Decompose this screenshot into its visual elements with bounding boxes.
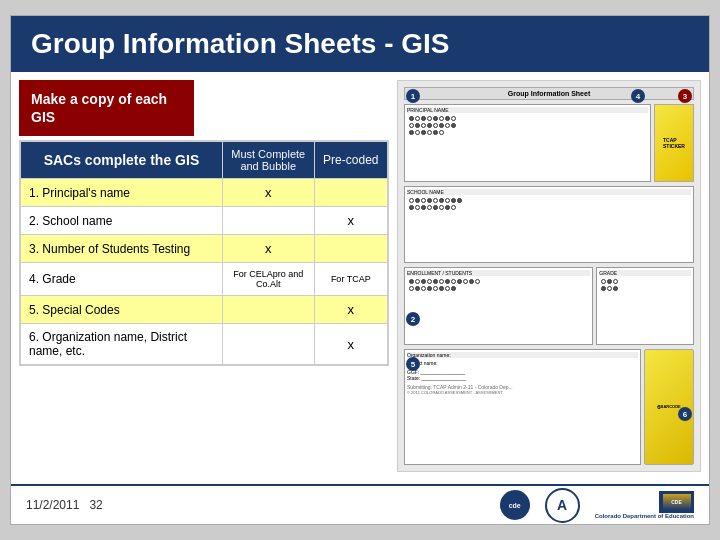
table-row: 2. School namex (21, 207, 388, 235)
gis-cell-org: Organization name: District name: GGF: _… (404, 349, 641, 465)
gis-mockup: Group Information Sheet 3 4 1 PRINCIPAL … (398, 81, 700, 471)
sacs-header: SACs complete the GIS (21, 142, 223, 179)
table-cell-label: 6. Organization name, District name, etc… (21, 324, 223, 365)
footer-page-number: 32 (89, 498, 102, 512)
table-row: 6. Organization name, District name, etc… (21, 324, 388, 365)
gis-cell-grade: GRADE (596, 267, 694, 345)
slide-title: Group Information Sheets - GIS (11, 16, 709, 72)
footer-date: 11/2/2011 (26, 498, 79, 512)
table-cell-precoded: x (314, 207, 387, 235)
gis-image-section: Group Information Sheet 3 4 1 PRINCIPAL … (397, 80, 701, 472)
table-cell-precoded: x (314, 296, 387, 324)
gis-cell-name: PRINCIPAL NAME (404, 104, 651, 182)
dept-logo-box: CDE (659, 491, 694, 513)
table-cell-label: 4. Grade (21, 263, 223, 296)
left-section: Make a copy of each GIS SACs complete th… (19, 80, 389, 472)
content-area: Make a copy of each GIS SACs complete th… (11, 72, 709, 480)
gis-badge-1: 1 (406, 89, 420, 103)
assessment-logo: A (545, 488, 580, 523)
dept-logo: CDE Colorado Department of Education (595, 491, 694, 519)
gis-form-title: Group Information Sheet (404, 87, 694, 100)
table-header-row: SACs complete the GIS Must Complete and … (21, 142, 388, 179)
cde-logo-group: cde (500, 490, 530, 520)
table-cell-label: 1. Principal's name (21, 179, 223, 207)
table-row: 1. Principal's namex (21, 179, 388, 207)
gis-sticker-area: TCAPSTICKER (654, 104, 694, 182)
gis-row-2: SCHOOL NAME (404, 186, 694, 264)
table-cell-precoded: x (314, 324, 387, 365)
gis-row-3: ENROLLMENT / STUDENTS (404, 267, 694, 345)
table-cell-label: 3. Number of Students Testing (21, 235, 223, 263)
gis-badge-3: 3 (678, 89, 692, 103)
gis-badge-4: 4 (631, 89, 645, 103)
table-cell-precoded: For TCAP (314, 263, 387, 296)
gis-cell-school: SCHOOL NAME (404, 186, 694, 264)
gis-table: SACs complete the GIS Must Complete and … (20, 141, 388, 365)
cde-circle-logo: cde (500, 490, 530, 520)
slide: Group Information Sheets - GIS Make a co… (10, 15, 710, 525)
dept-name: Colorado Department of Education (595, 513, 694, 519)
footer-bar: 11/2/2011 32 cde A CDE Colorado Departme… (11, 484, 709, 524)
table-row: 4. GradeFor CELApro and Co.AltFor TCAP (21, 263, 388, 296)
table-cell-must-complete: x (222, 235, 314, 263)
dept-logo-inner: CDE (663, 494, 691, 510)
precoded-header: Pre-coded (314, 142, 387, 179)
table-cell-must-complete: x (222, 179, 314, 207)
gis-row-1: PRINCIPAL NAME (404, 104, 694, 182)
table-cell-label: 5. Special Codes (21, 296, 223, 324)
footer-left: 11/2/2011 32 (26, 498, 103, 512)
table-body: 1. Principal's namex2. School namex3. Nu… (21, 179, 388, 365)
table-container: SACs complete the GIS Must Complete and … (19, 140, 389, 366)
must-complete-header: Must Complete and Bubble (222, 142, 314, 179)
make-copy-box: Make a copy of each GIS (19, 80, 194, 136)
table-cell-precoded (314, 235, 387, 263)
table-cell-must-complete (222, 207, 314, 235)
gis-badge-5: 5 (406, 357, 420, 371)
dept-label: CDE (671, 499, 682, 505)
gis-cell-special: ENROLLMENT / STUDENTS (404, 267, 593, 345)
footer-logos: cde A CDE Colorado Department of Educati… (500, 488, 694, 523)
gis-badge-6: 6 (678, 407, 692, 421)
gis-badge-2: 2 (406, 312, 420, 326)
table-cell-must-complete: For CELApro and Co.Alt (222, 263, 314, 296)
table-cell-must-complete (222, 296, 314, 324)
table-cell-must-complete (222, 324, 314, 365)
gis-row-4: Organization name: District name: GGF: _… (404, 349, 694, 465)
table-row: 5. Special Codesx (21, 296, 388, 324)
table-cell-label: 2. School name (21, 207, 223, 235)
table-cell-precoded (314, 179, 387, 207)
table-row: 3. Number of Students Testingx (21, 235, 388, 263)
